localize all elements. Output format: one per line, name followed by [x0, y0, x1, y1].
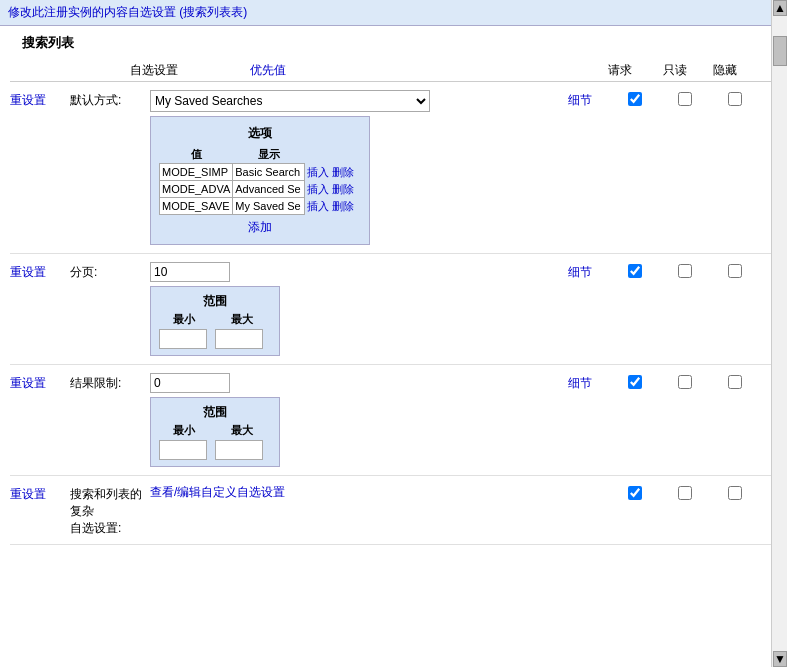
- insert-option-link[interactable]: 插入: [307, 200, 329, 212]
- options-table: 值 显示 MODE_SIMP Basic Search 插入 删除 MODE_A…: [159, 146, 361, 215]
- option-display: Basic Search: [233, 164, 305, 181]
- hidden-checkbox-1[interactable]: [728, 92, 742, 106]
- detail-link-1[interactable]: 细节: [568, 93, 592, 107]
- range-min-label-2: 最小: [159, 312, 209, 327]
- row-complex-settings: 重设置 搜索和列表的复杂 自选设置: 查看/编辑自定义自选设置: [10, 476, 777, 545]
- content-default-mode: My Saved Searches 选项 值 显示: [150, 90, 550, 245]
- range-min-input-2[interactable]: [159, 329, 207, 349]
- topbar-link[interactable]: 修改此注册实例的内容自选设置 (搜索列表表): [8, 5, 247, 19]
- label-line2: 自选设置:: [70, 521, 121, 535]
- option-display: Advanced Se: [233, 181, 305, 198]
- hidden-checkbox-3[interactable]: [728, 375, 742, 389]
- range-popup-2: 范围 最小 最大: [150, 286, 280, 356]
- scrollbar-thumb[interactable]: [773, 36, 787, 66]
- scrollbar-down[interactable]: ▼: [773, 651, 787, 667]
- request-checkbox-1[interactable]: [628, 92, 642, 106]
- range-max-input-2[interactable]: [215, 329, 263, 349]
- insert-option-link[interactable]: 插入: [307, 166, 329, 178]
- insert-option-link[interactable]: 插入: [307, 183, 329, 195]
- col-header-priority: 优先值: [250, 62, 590, 79]
- delete-option-link[interactable]: 删除: [332, 183, 354, 195]
- range-title-2: 范围: [159, 293, 271, 310]
- range-min-input-3[interactable]: [159, 440, 207, 460]
- option-value: MODE_ADVA: [160, 181, 233, 198]
- add-option-link[interactable]: 添加: [248, 220, 272, 234]
- detail-link-2[interactable]: 细节: [568, 265, 592, 279]
- readonly-checkbox-4[interactable]: [678, 486, 692, 500]
- request-checkbox-4[interactable]: [628, 486, 642, 500]
- reset-link-3[interactable]: 重设置: [10, 376, 46, 390]
- range-max-label-2: 最大: [217, 312, 267, 327]
- add-option-container: 添加: [159, 219, 361, 236]
- range-inputs-2: [159, 329, 271, 349]
- input-result-limit[interactable]: [150, 373, 230, 393]
- content-result-limit: 范围 最小 最大: [150, 373, 550, 467]
- range-popup-3: 范围 最小 最大: [150, 397, 280, 467]
- option-actions: 插入 删除: [305, 198, 361, 215]
- row-right-4: [550, 484, 777, 503]
- range-min-label-3: 最小: [159, 423, 209, 438]
- label-default-mode: 默认方式:: [70, 90, 150, 109]
- range-max-input-3[interactable]: [215, 440, 263, 460]
- readonly-checkbox-1[interactable]: [678, 92, 692, 106]
- option-actions: 插入 删除: [305, 164, 361, 181]
- row-pagination: 重设置 分页: 范围 最小 最大: [10, 254, 777, 365]
- delete-option-link[interactable]: 删除: [332, 166, 354, 178]
- label-result-limit: 结果限制:: [70, 373, 150, 392]
- option-value: MODE_SIMP: [160, 164, 233, 181]
- row-right-2: 细节: [550, 262, 777, 281]
- row-right-3: 细节: [550, 373, 777, 392]
- label-line1: 搜索和列表的复杂: [70, 487, 142, 518]
- row-default-mode: 重设置 默认方式: My Saved Searches 选项 值 显示: [10, 82, 777, 254]
- scrollbar-up[interactable]: ▲: [773, 0, 787, 16]
- dropdown-default-mode[interactable]: My Saved Searches: [150, 90, 430, 112]
- delete-option-link[interactable]: 删除: [332, 200, 354, 212]
- label-pagination: 分页:: [70, 262, 150, 281]
- complex-settings-link[interactable]: 查看/编辑自定义自选设置: [150, 485, 285, 499]
- reset-link-2[interactable]: 重设置: [10, 265, 46, 279]
- range-cols-2: 最小 最大: [159, 312, 271, 327]
- row-right-1: 细节: [550, 90, 777, 109]
- reset-link-4[interactable]: 重设置: [10, 487, 46, 501]
- options-col-display: 显示: [233, 146, 305, 164]
- range-max-label-3: 最大: [217, 423, 267, 438]
- options-popup-title: 选项: [159, 125, 361, 142]
- col-header-custom: 自选设置: [130, 62, 250, 79]
- row-result-limit: 重设置 结果限制: 范围 最小 最大: [10, 365, 777, 476]
- detail-link-3[interactable]: 细节: [568, 376, 592, 390]
- range-cols-3: 最小 最大: [159, 423, 271, 438]
- col-header-request: 请求: [590, 62, 650, 79]
- options-table-row: MODE_SAVE My Saved Se 插入 删除: [160, 198, 361, 215]
- request-checkbox-2[interactable]: [628, 264, 642, 278]
- options-table-row: MODE_SIMP Basic Search 插入 删除: [160, 164, 361, 181]
- options-table-row: MODE_ADVA Advanced Se 插入 删除: [160, 181, 361, 198]
- readonly-checkbox-2[interactable]: [678, 264, 692, 278]
- readonly-checkbox-3[interactable]: [678, 375, 692, 389]
- range-inputs-3: [159, 440, 271, 460]
- request-checkbox-3[interactable]: [628, 375, 642, 389]
- option-display: My Saved Se: [233, 198, 305, 215]
- reset-link-1[interactable]: 重设置: [10, 93, 46, 107]
- content-complex-settings: 查看/编辑自定义自选设置: [150, 484, 550, 501]
- column-headers: 自选设置 优先值 请求 只读 隐藏: [10, 56, 777, 82]
- hidden-checkbox-4[interactable]: [728, 486, 742, 500]
- col-header-readonly: 只读: [650, 62, 700, 79]
- options-col-value: 值: [160, 146, 233, 164]
- option-actions: 插入 删除: [305, 181, 361, 198]
- options-popup-1: 选项 值 显示 MODE_SIMP Basic Search 插入: [150, 116, 370, 245]
- range-title-3: 范围: [159, 404, 271, 421]
- col-header-hidden: 隐藏: [700, 62, 750, 79]
- top-bar: 修改此注册实例的内容自选设置 (搜索列表表): [0, 0, 787, 26]
- content-pagination: 范围 最小 最大: [150, 262, 550, 356]
- hidden-checkbox-2[interactable]: [728, 264, 742, 278]
- label-complex-settings: 搜索和列表的复杂 自选设置:: [70, 484, 150, 536]
- page-title: 搜索列表: [10, 26, 777, 56]
- scrollbar[interactable]: ▲ ▼: [771, 0, 787, 667]
- option-value: MODE_SAVE: [160, 198, 233, 215]
- input-pagination[interactable]: [150, 262, 230, 282]
